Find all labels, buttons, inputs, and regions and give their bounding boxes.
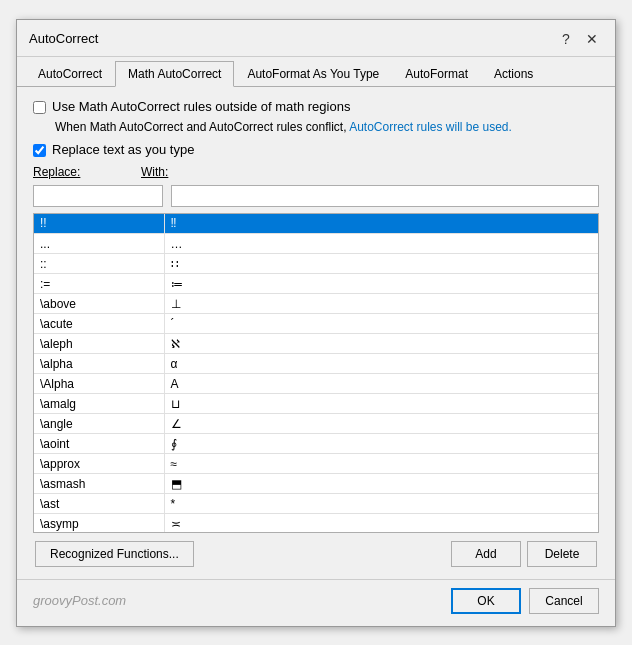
tab-autoformat[interactable]: AutoFormat xyxy=(392,61,481,87)
table-row[interactable]: \above⊥ xyxy=(34,294,598,314)
with-cell: … xyxy=(164,234,598,254)
table-row[interactable]: \asmash⬒ xyxy=(34,474,598,494)
ok-button[interactable]: OK xyxy=(451,588,521,614)
replace-cell: \ast xyxy=(34,494,164,514)
replace-cell: !! xyxy=(34,214,164,234)
table-row[interactable]: \ast* xyxy=(34,494,598,514)
replace-cell: := xyxy=(34,274,164,294)
main-content: Use Math AutoCorrect rules outside of ma… xyxy=(17,87,615,579)
with-cell: ≍ xyxy=(164,514,598,533)
with-cell: ⊔ xyxy=(164,394,598,414)
watermark: groovyPost.com xyxy=(33,593,126,608)
with-cell: ⬒ xyxy=(164,474,598,494)
footer: groovyPost.com OK Cancel xyxy=(17,579,615,626)
autocorrect-dialog: AutoCorrect ? ✕ AutoCorrect Math AutoCor… xyxy=(16,19,616,627)
replace-cell: \angle xyxy=(34,414,164,434)
replace-cell: \asmash xyxy=(34,474,164,494)
replace-with-section: Replace: With: !!‼...…::∷:=≔\above⊥\acut… xyxy=(33,165,599,533)
help-button[interactable]: ? xyxy=(555,28,577,50)
with-cell: ´ xyxy=(164,314,598,334)
table-row[interactable]: ::∷ xyxy=(34,254,598,274)
replace-col-header: Replace: xyxy=(33,165,133,179)
replace-label-text[interactable]: Replace text as you type xyxy=(52,142,194,157)
conflict-note: When Math AutoCorrect and AutoCorrect ru… xyxy=(55,120,599,134)
with-cell: ∷ xyxy=(164,254,598,274)
with-cell: ∮ xyxy=(164,434,598,454)
table-row[interactable]: ...… xyxy=(34,234,598,254)
outside-math-checkbox[interactable] xyxy=(33,101,46,114)
replace-cell: \approx xyxy=(34,454,164,474)
bottom-buttons: Recognized Functions... Add Delete xyxy=(33,541,599,567)
table-row[interactable]: \amalg⊔ xyxy=(34,394,598,414)
replace-as-you-type-row: Replace text as you type xyxy=(33,142,599,157)
table-row[interactable]: \alephℵ xyxy=(34,334,598,354)
table-row[interactable]: \AlphaA xyxy=(34,374,598,394)
autocorrect-table[interactable]: !!‼...…::∷:=≔\above⊥\acute´\alephℵ\alpha… xyxy=(33,213,599,533)
with-cell: ⊥ xyxy=(164,294,598,314)
with-cell: A xyxy=(164,374,598,394)
title-bar: AutoCorrect ? ✕ xyxy=(17,20,615,57)
replace-cell: \asymp xyxy=(34,514,164,533)
with-input[interactable] xyxy=(171,185,599,207)
tabs-bar: AutoCorrect Math AutoCorrect AutoFormat … xyxy=(17,61,615,87)
replace-cell: :: xyxy=(34,254,164,274)
with-cell: ≔ xyxy=(164,274,598,294)
title-controls: ? ✕ xyxy=(555,28,603,50)
replace-checkbox[interactable] xyxy=(33,144,46,157)
tab-actions[interactable]: Actions xyxy=(481,61,546,87)
with-cell: ‼ xyxy=(164,214,598,234)
replace-cell: \alpha xyxy=(34,354,164,374)
replace-cell: \above xyxy=(34,294,164,314)
tab-math-autocorrect[interactable]: Math AutoCorrect xyxy=(115,61,234,87)
tab-autocorrect[interactable]: AutoCorrect xyxy=(25,61,115,87)
replace-cell: ... xyxy=(34,234,164,254)
replace-input[interactable] xyxy=(33,185,163,207)
delete-button[interactable]: Delete xyxy=(527,541,597,567)
table-row[interactable]: \aoint∮ xyxy=(34,434,598,454)
outside-math-row: Use Math AutoCorrect rules outside of ma… xyxy=(33,99,599,114)
table-row[interactable]: \alphaα xyxy=(34,354,598,374)
table-row[interactable]: :=≔ xyxy=(34,274,598,294)
table-row[interactable]: \asymp≍ xyxy=(34,514,598,533)
with-cell: α xyxy=(164,354,598,374)
with-cell: ≈ xyxy=(164,454,598,474)
table-row[interactable]: \angle∠ xyxy=(34,414,598,434)
column-headers: Replace: With: xyxy=(33,165,599,179)
with-cell: ℵ xyxy=(164,334,598,354)
add-button[interactable]: Add xyxy=(451,541,521,567)
close-button[interactable]: ✕ xyxy=(581,28,603,50)
input-row xyxy=(33,185,599,207)
replace-cell: \acute xyxy=(34,314,164,334)
ok-cancel-buttons: OK Cancel xyxy=(451,588,599,614)
outside-math-label[interactable]: Use Math AutoCorrect rules outside of ma… xyxy=(52,99,350,114)
replace-cell: \amalg xyxy=(34,394,164,414)
table-row[interactable]: \acute´ xyxy=(34,314,598,334)
table-row[interactable]: \approx≈ xyxy=(34,454,598,474)
replace-cell: \aoint xyxy=(34,434,164,454)
with-cell: ∠ xyxy=(164,414,598,434)
replace-cell: \aleph xyxy=(34,334,164,354)
add-delete-buttons: Add Delete xyxy=(451,541,597,567)
recognized-functions-button[interactable]: Recognized Functions... xyxy=(35,541,194,567)
dialog-title: AutoCorrect xyxy=(29,31,98,46)
cancel-button[interactable]: Cancel xyxy=(529,588,599,614)
with-col-header: With: xyxy=(141,165,168,179)
with-cell: * xyxy=(164,494,598,514)
table-row[interactable]: !!‼ xyxy=(34,214,598,234)
replace-cell: \Alpha xyxy=(34,374,164,394)
tab-autoformat-type[interactable]: AutoFormat As You Type xyxy=(234,61,392,87)
table: !!‼...…::∷:=≔\above⊥\acute´\alephℵ\alpha… xyxy=(34,214,598,533)
